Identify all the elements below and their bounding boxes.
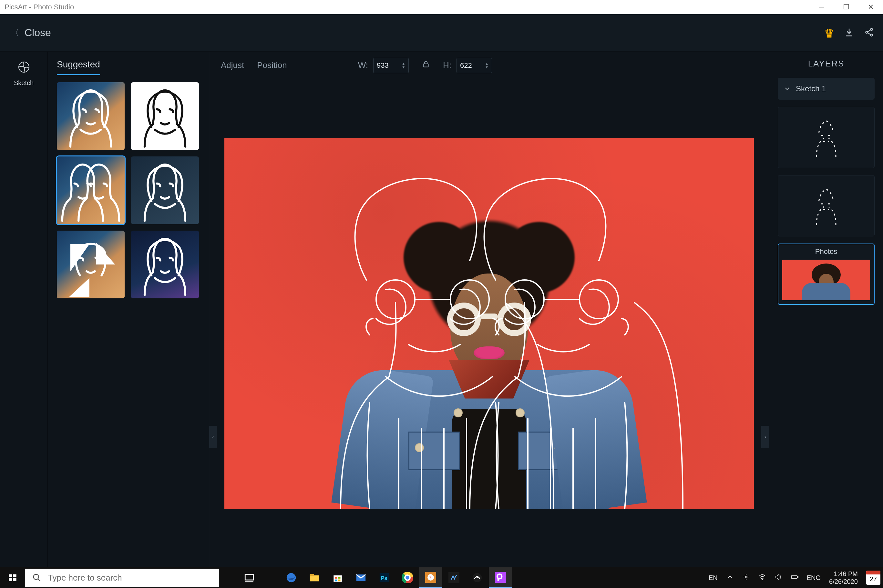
search-placeholder: Type here to search — [48, 573, 122, 583]
suggested-grid — [57, 82, 200, 298]
tray-lang-1[interactable]: EN — [709, 574, 718, 582]
tray-wifi-icon[interactable] — [758, 573, 766, 582]
height-stepper[interactable]: ▲▼ — [485, 62, 489, 69]
tray-clock[interactable]: 1:46 PM 6/26/2020 — [829, 570, 858, 585]
close-button[interactable]: 〈 Close — [11, 27, 51, 39]
app-body: Sketch Suggested — [0, 52, 883, 567]
svg-point-39 — [476, 576, 478, 578]
window-maximize-button[interactable]: ☐ — [834, 0, 859, 14]
layer-thumb-sketch-b[interactable] — [778, 175, 875, 236]
window-title: PicsArt - Photo Studio — [5, 3, 74, 11]
chrome-icon[interactable] — [396, 567, 419, 588]
suggested-item-2[interactable] — [131, 82, 199, 150]
svg-rect-17 — [245, 574, 253, 580]
svg-rect-22 — [335, 577, 337, 579]
height-label: H: — [443, 60, 451, 70]
share-icon[interactable] — [864, 27, 874, 38]
suggested-tab[interactable]: Suggested — [57, 59, 100, 75]
svg-rect-20 — [310, 574, 314, 576]
app-icon-3[interactable] — [466, 567, 489, 588]
taskbar-search[interactable]: Type here to search — [25, 568, 219, 587]
tray-calendar-badge[interactable]: 27 — [866, 571, 880, 585]
svg-rect-40 — [495, 572, 506, 583]
microsoft-store-icon[interactable] — [326, 567, 349, 588]
width-input[interactable]: 933 ▲▼ — [373, 58, 409, 73]
layer-sketch-label: Sketch 1 — [796, 84, 826, 93]
suggested-panel: Suggested — [48, 52, 209, 567]
svg-marker-6 — [69, 278, 89, 297]
svg-point-33 — [406, 576, 409, 579]
lock-aspect-icon[interactable] — [422, 60, 430, 70]
tray-volume-icon[interactable] — [775, 573, 782, 582]
tray-battery-icon[interactable] — [791, 573, 799, 582]
canvas[interactable] — [224, 138, 754, 509]
download-icon[interactable] — [844, 27, 854, 38]
svg-text:Ps: Ps — [381, 575, 387, 581]
property-bar: Adjust Position W: 933 ▲▼ H: 622 ▲▼ — [209, 52, 769, 80]
svg-rect-15 — [13, 578, 16, 581]
chevron-down-icon — [784, 85, 791, 92]
tray-location-icon[interactable] — [742, 573, 750, 582]
crown-icon[interactable]: ♛ — [824, 27, 834, 39]
sketch-tool-label: Sketch — [14, 80, 33, 87]
window-minimize-button[interactable]: ─ — [809, 0, 834, 14]
picsart-taskbar-icon[interactable] — [489, 567, 512, 588]
svg-text:7: 7 — [429, 575, 431, 580]
svg-point-16 — [33, 574, 39, 580]
system-tray: EN ENG 1:46 PM 6/26/2020 27 — [702, 570, 883, 585]
suggested-item-1[interactable] — [57, 82, 125, 150]
svg-rect-12 — [9, 574, 12, 578]
svg-rect-45 — [797, 576, 798, 578]
adjust-tab[interactable]: Adjust — [221, 60, 244, 70]
window-buttons: ─ ☐ ✕ — [809, 0, 883, 14]
layers-title: LAYERS — [778, 59, 875, 69]
layer-sketch-row[interactable]: Sketch 1 — [778, 78, 875, 100]
svg-point-43 — [762, 579, 763, 580]
edge-icon[interactable] — [280, 567, 303, 588]
suggested-item-3[interactable] — [57, 156, 125, 224]
svg-point-42 — [745, 576, 747, 578]
expand-right-handle[interactable]: › — [761, 426, 769, 448]
file-explorer-icon[interactable] — [303, 567, 326, 588]
app-header: 〈 Close ♛ — [0, 14, 883, 52]
start-button[interactable] — [0, 573, 25, 582]
svg-rect-7 — [423, 64, 428, 67]
suggested-item-5[interactable] — [57, 231, 125, 298]
tray-lang-2[interactable]: ENG — [807, 574, 821, 582]
mail-icon[interactable] — [349, 567, 373, 588]
tray-date: 6/26/2020 — [829, 578, 858, 585]
svg-rect-21 — [334, 575, 342, 582]
window-close-button[interactable]: ✕ — [859, 0, 883, 14]
layer-thumb-photo[interactable]: Photos — [778, 243, 875, 305]
layer-photo-label: Photos — [778, 248, 874, 256]
position-tab[interactable]: Position — [257, 60, 287, 70]
width-stepper[interactable]: ▲▼ — [402, 62, 405, 69]
width-value: 933 — [377, 61, 389, 70]
canvas-viewport[interactable] — [209, 80, 769, 567]
tool-rail: Sketch — [0, 52, 48, 567]
search-icon — [32, 573, 41, 582]
width-field: W: 933 ▲▼ — [358, 58, 409, 73]
svg-rect-25 — [338, 580, 340, 582]
suggested-item-4[interactable] — [131, 156, 199, 224]
layer-thumb-sketch-a[interactable] — [778, 107, 875, 168]
app-icon-2[interactable] — [442, 567, 466, 588]
suggested-item-6[interactable] — [131, 231, 199, 298]
tray-calendar-day: 27 — [870, 575, 877, 583]
expand-left-handle[interactable]: ‹ — [209, 426, 217, 448]
svg-rect-14 — [9, 578, 12, 581]
svg-rect-23 — [338, 577, 340, 579]
close-label: Close — [24, 27, 51, 39]
task-view-icon[interactable] — [238, 567, 261, 588]
app-icon-1[interactable]: 7 — [419, 567, 442, 588]
tray-chevron-icon[interactable] — [726, 573, 734, 582]
svg-point-9 — [450, 280, 489, 319]
canvas-area: Adjust Position W: 933 ▲▼ H: 622 ▲▼ — [209, 52, 769, 567]
layers-panel: LAYERS Sketch 1 Photos — [769, 52, 883, 567]
photoshop-icon[interactable]: Ps — [373, 567, 396, 588]
svg-rect-24 — [335, 580, 337, 582]
svg-rect-13 — [13, 574, 16, 578]
height-input[interactable]: 622 ▲▼ — [457, 58, 492, 73]
height-field: H: 622 ▲▼ — [443, 58, 492, 73]
sketch-tool-icon[interactable] — [16, 59, 32, 76]
